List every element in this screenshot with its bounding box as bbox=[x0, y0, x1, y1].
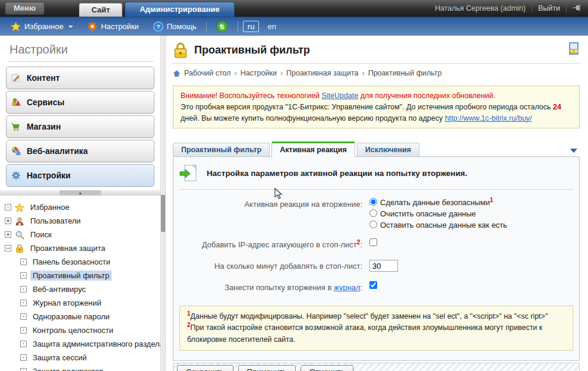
sidebar-item-settings[interactable]: Настройки bbox=[6, 164, 154, 187]
buy-url-link[interactable]: http://www.1c-bitrix.ru/buy/ bbox=[445, 114, 532, 122]
pin-panel-icon[interactable] bbox=[573, 4, 582, 13]
tree-item-users[interactable]: + Пользователи bbox=[5, 215, 157, 227]
menu-button[interactable]: Меню bbox=[5, 2, 45, 15]
tab-site[interactable]: Сайт bbox=[79, 3, 122, 17]
site-admin-tabs: Сайт Администрирование bbox=[79, 2, 237, 17]
radio-option-clear-data[interactable]: Очистить опасные данные bbox=[369, 209, 573, 218]
stoplist-minutes-input[interactable] bbox=[369, 260, 398, 272]
cancel-button[interactable]: Отменить bbox=[301, 365, 353, 371]
sidebar-item-label: Настройки bbox=[27, 171, 71, 180]
breadcrumb-item[interactable]: Рабочий стол bbox=[184, 69, 230, 77]
sidebar-item-shop[interactable]: Магазин bbox=[6, 115, 154, 138]
toolbar-settings[interactable]: Настройки bbox=[83, 20, 144, 33]
tree-item-label[interactable]: Контроль целостности bbox=[30, 325, 116, 335]
tree-item-label[interactable]: Избранное bbox=[28, 202, 72, 212]
tree-item-label[interactable]: Защита сессий bbox=[30, 353, 89, 363]
logout-link[interactable]: Выйти bbox=[538, 4, 560, 12]
tree-item-label[interactable]: Пользователи bbox=[28, 216, 83, 226]
tree-expander[interactable]: · bbox=[20, 272, 27, 279]
reaction-radio-input[interactable] bbox=[369, 209, 377, 217]
tree-expander[interactable]: · bbox=[20, 354, 27, 361]
settings-tabs: Проактивный фильтр Активная реакция Искл… bbox=[173, 142, 580, 156]
tree-expander[interactable]: · bbox=[20, 286, 27, 293]
sidebar-item-label: Сервисы bbox=[27, 98, 64, 107]
tree-expander[interactable]: − bbox=[5, 245, 11, 251]
search-icon bbox=[15, 230, 24, 240]
warning-text: для получения последних обновлений. bbox=[358, 92, 495, 100]
sidebar-item-analytics[interactable]: Веб-аналитика bbox=[6, 140, 154, 162]
tree-item-favorites[interactable]: · Избранное bbox=[5, 202, 157, 213]
toolbar-help[interactable]: ? Помощь bbox=[148, 20, 201, 33]
breadcrumb-item[interactable]: Проактивная защита bbox=[286, 69, 358, 77]
save-button[interactable]: Сохранить bbox=[177, 365, 233, 371]
copy-page-link-icon[interactable] bbox=[568, 42, 580, 58]
journal-link[interactable]: журнал bbox=[334, 283, 360, 292]
log-checkbox[interactable] bbox=[369, 281, 377, 289]
tree-item-label[interactable]: Защита редиректов bbox=[30, 366, 106, 371]
breadcrumb-item[interactable]: Проактивный фильтр bbox=[368, 69, 442, 77]
tree-item-label[interactable]: Проактивный фильтр bbox=[30, 271, 112, 281]
sidebar-scrollbar[interactable] bbox=[160, 36, 165, 371]
lock-icon bbox=[173, 42, 188, 58]
add-ip-checkbox[interactable] bbox=[369, 238, 377, 246]
radio-option-leave-data[interactable]: Оставить опасные данные как есть bbox=[369, 221, 573, 229]
tree-item-label[interactable]: Одноразовые пароли bbox=[30, 312, 112, 322]
footnote-1: 1Данные будут модифицированы. Например "… bbox=[187, 311, 565, 322]
tree-item-search[interactable]: + Поиск bbox=[5, 229, 157, 240]
tree-item-label[interactable]: Панель безопасности bbox=[30, 257, 113, 267]
language-ru[interactable]: ru bbox=[243, 21, 260, 32]
updates-button[interactable] bbox=[211, 19, 233, 34]
tree-item-admin-protection[interactable]: ·Защита административного раздела bbox=[20, 338, 157, 350]
radio-option-make-safe[interactable]: Сделать данные безопасными1 bbox=[369, 198, 573, 207]
tree-item-otp[interactable]: ·Одноразовые пароли bbox=[20, 311, 157, 322]
tree-item-label[interactable]: Журнал вторжений bbox=[30, 298, 104, 308]
tree-expander[interactable]: · bbox=[20, 259, 27, 265]
tab-proactive-filter[interactable]: Проактивный фильтр bbox=[173, 143, 270, 156]
collapse-up-arrow-icon[interactable]: ▲ bbox=[59, 190, 101, 196]
services-shapes-icon bbox=[11, 98, 21, 107]
tabs-dropdown-icon[interactable] bbox=[570, 149, 577, 153]
home-icon[interactable] bbox=[173, 70, 181, 77]
tree-item-label[interactable]: Проактивная защита bbox=[28, 243, 108, 253]
reaction-radio-input[interactable] bbox=[369, 221, 377, 228]
tree-item-label[interactable]: Веб-антивирус bbox=[30, 284, 88, 294]
warning-line-2: Это пробная версия продукта "1С-Битрикс:… bbox=[181, 102, 572, 124]
favorites-menu[interactable]: Избранное bbox=[6, 20, 78, 33]
tree-expander[interactable]: + bbox=[5, 231, 11, 238]
tree-item-proactive-filter[interactable]: ·Проактивный фильтр bbox=[20, 270, 157, 281]
tree-expander[interactable]: · bbox=[20, 327, 27, 334]
apply-button[interactable]: Применить bbox=[238, 365, 296, 371]
divider bbox=[238, 21, 238, 32]
tree-expander[interactable]: · bbox=[20, 341, 27, 347]
sidebar-collapse-bar[interactable]: ▲ bbox=[0, 190, 160, 196]
language-en[interactable]: en bbox=[264, 21, 279, 32]
tree-expander[interactable]: · bbox=[5, 204, 11, 210]
sidebar-item-content[interactable]: Контент bbox=[6, 67, 154, 89]
breadcrumb-item[interactable]: Настройки bbox=[241, 69, 277, 77]
tree-expander[interactable]: · bbox=[20, 368, 27, 371]
tab-exceptions[interactable]: Исключения bbox=[357, 143, 419, 156]
tree-item-label[interactable]: Поиск bbox=[28, 229, 54, 240]
radio-label: Оставить опасные данные как есть bbox=[380, 221, 507, 229]
help-icon: ? bbox=[153, 21, 163, 32]
tree-item-session-protection[interactable]: ·Защита сессий bbox=[20, 352, 157, 363]
tree-item-proactive-protection[interactable]: − Проактивная защита bbox=[5, 243, 157, 254]
siteupdate-link[interactable]: SiteUpdate bbox=[321, 92, 358, 100]
reaction-radio-input[interactable] bbox=[369, 198, 377, 206]
tree-item-redirect-protection[interactable]: ·Защита редиректов bbox=[20, 366, 157, 371]
divider bbox=[566, 4, 567, 12]
tree-item-security-panel[interactable]: ·Панель безопасности bbox=[20, 256, 157, 268]
tab-active-reaction[interactable]: Активная реакция bbox=[271, 142, 355, 157]
add-ip-field-label: Добавить IP-адрес атакующего в стоп-лист… bbox=[179, 238, 368, 251]
active-reaction-panel: Настройка параметров активной реакции на… bbox=[173, 156, 580, 361]
tree-item-label[interactable]: Защита административного раздела bbox=[30, 339, 166, 349]
tree-expander[interactable]: + bbox=[5, 218, 11, 224]
tree-item-web-antivirus[interactable]: ·Веб-антивирус bbox=[20, 284, 157, 295]
tree-expander[interactable]: · bbox=[20, 300, 27, 306]
sidebar-item-services[interactable]: Сервисы bbox=[6, 91, 154, 114]
tree-item-intrusion-log[interactable]: ·Журнал вторжений bbox=[20, 297, 157, 309]
tree-item-integrity-control[interactable]: ·Контроль целостности bbox=[20, 325, 157, 336]
tab-administration[interactable]: Администрирование bbox=[125, 2, 235, 17]
warning-text: Это пробная версия продукта "1С-Битрикс:… bbox=[181, 103, 553, 111]
tree-expander[interactable]: · bbox=[20, 313, 27, 320]
